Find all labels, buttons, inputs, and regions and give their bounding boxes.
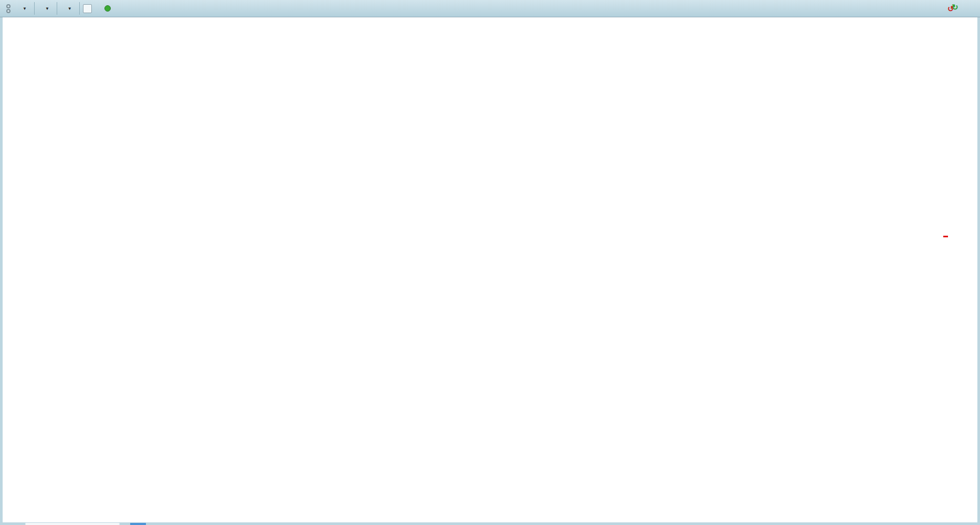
- scrollbar-track[interactable]: [25, 523, 120, 525]
- price-chart-canvas[interactable]: [0, 0, 980, 525]
- copyright-note: [2, 450, 5, 457]
- prorealtime-window: ▼ ▼ ▼ ↺↻: [0, 0, 980, 525]
- last-price-tick: [943, 236, 948, 237]
- chart-surface[interactable]: [3, 17, 977, 522]
- bottom-strip: [0, 522, 980, 525]
- scrollbar-thumb[interactable]: [130, 523, 146, 525]
